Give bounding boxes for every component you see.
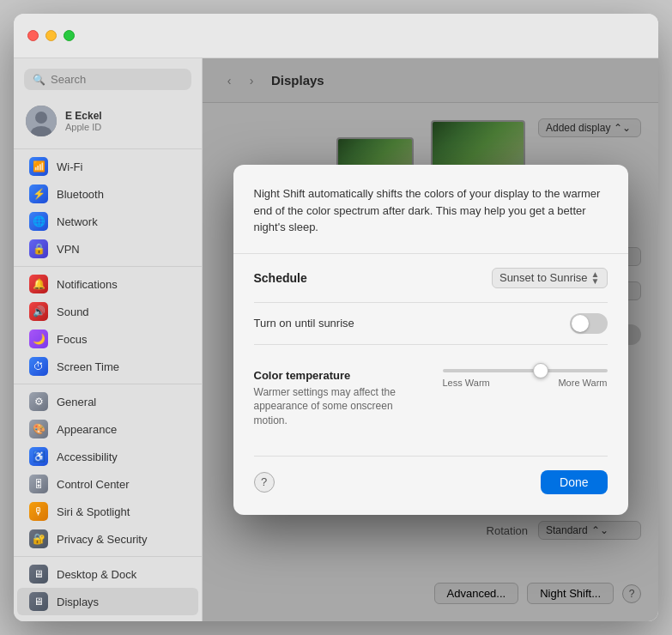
window-content: 🔍 E Eckel Apple ID � [14, 58, 658, 621]
sidebar-item-label: Desktop & Dock [57, 568, 136, 581]
screentime-icon: ⏱ [29, 357, 48, 376]
slider-thumb[interactable] [533, 363, 548, 378]
sidebar-item-label: Wi-Fi [57, 160, 82, 173]
user-section[interactable]: E Eckel Apple ID [14, 100, 202, 145]
schedule-row: Schedule Sunset to Sunrise ▲ ▼ [254, 268, 608, 288]
sidebar-divider-4 [14, 556, 202, 557]
bluetooth-icon: ⚡ [29, 184, 48, 203]
color-temp-section: Color temperature Warmer settings may af… [254, 359, 608, 438]
modal-divider-1 [233, 253, 628, 254]
sidebar-item-appearance[interactable]: 🎨 Appearance [17, 415, 198, 443]
sidebar-item-notifications[interactable]: 🔔 Notifications [17, 270, 198, 298]
control-center-icon: 🎛 [29, 475, 48, 493]
sidebar-item-general[interactable]: ⚙ General [17, 388, 198, 415]
color-temp-row: Color temperature Warmer settings may af… [254, 369, 608, 428]
vpn-icon: 🔒 [29, 239, 48, 258]
modal-help-button[interactable]: ? [254, 472, 275, 493]
sidebar-item-label: Appearance [57, 423, 117, 436]
search-bar[interactable]: 🔍 [24, 69, 191, 90]
night-shift-modal: Night Shift automatically shifts the col… [233, 165, 628, 515]
sidebar-item-label: Focus [57, 333, 87, 346]
sidebar-item-bluetooth[interactable]: ⚡ Bluetooth [17, 180, 198, 208]
network-icon: 🌐 [29, 212, 48, 231]
sidebar-item-vpn[interactable]: 🔒 VPN [17, 235, 198, 263]
close-button[interactable] [27, 30, 39, 41]
sidebar-item-label: Sound [57, 305, 89, 318]
sidebar-item-wifi[interactable]: 📶 Wi-Fi [17, 153, 198, 180]
sidebar-item-label: Control Center [57, 478, 130, 491]
avatar [26, 106, 57, 136]
user-name: E Eckel [65, 110, 102, 122]
slider-container [443, 369, 608, 372]
search-input[interactable] [51, 73, 183, 86]
turn-on-toggle[interactable] [570, 313, 608, 334]
sidebar-divider-2 [14, 266, 202, 267]
sidebar: 🔍 E Eckel Apple ID � [14, 58, 203, 621]
traffic-lights [27, 30, 75, 41]
modal-overlay: Night Shift automatically shifts the col… [203, 58, 658, 621]
search-icon: 🔍 [33, 74, 45, 86]
siri-icon: 🎙 [29, 502, 48, 521]
privacy-icon: 🔐 [29, 529, 48, 548]
modal-description: Night Shift automatically shifts the col… [254, 185, 608, 236]
sidebar-item-label: Privacy & Security [57, 533, 147, 546]
appearance-icon: 🎨 [29, 420, 48, 438]
color-temp-title: Color temperature [254, 369, 426, 382]
sidebar-item-privacy[interactable]: 🔐 Privacy & Security [17, 525, 198, 553]
accessibility-icon: ♿ [29, 447, 48, 466]
schedule-dropdown[interactable]: Sunset to Sunrise ▲ ▼ [492, 268, 608, 288]
schedule-value-text: Sunset to Sunrise [499, 271, 588, 284]
sidebar-item-label: Screen Time [57, 360, 119, 373]
general-icon: ⚙ [29, 392, 48, 411]
user-info: E Eckel Apple ID [65, 110, 102, 132]
slider-labels: Less Warm More Warm [443, 378, 608, 388]
displays-icon: 🖥 [29, 592, 48, 611]
sidebar-item-accessibility[interactable]: ♿ Accessibility [17, 443, 198, 470]
turn-on-label: Turn on until sunrise [254, 317, 354, 330]
sidebar-item-network[interactable]: 🌐 Network [17, 208, 198, 235]
sound-icon: 🔊 [29, 302, 48, 321]
sidebar-item-label: Bluetooth [57, 188, 104, 201]
sidebar-item-focus[interactable]: 🌙 Focus [17, 325, 198, 353]
sidebar-item-label: Network [57, 215, 98, 228]
sidebar-item-screentime[interactable]: ⏱ Screen Time [17, 353, 198, 380]
sidebar-item-siri[interactable]: 🎙 Siri & Spotlight [17, 498, 198, 525]
main-area: ‹ › Displays [203, 58, 658, 621]
turn-on-row: Turn on until sunrise [254, 302, 608, 345]
sidebar-item-label: Notifications [57, 278, 118, 291]
sidebar-divider-3 [14, 384, 202, 384]
sidebar-item-label: Displays [57, 596, 99, 608]
maximize-button[interactable] [64, 30, 75, 41]
color-temp-right: Less Warm More Warm [443, 369, 608, 388]
desktop-icon: 🖥 [29, 565, 48, 584]
sidebar-item-control-center[interactable]: 🎛 Control Center [17, 470, 198, 498]
color-temp-desc: Warmer settings may affect the appearanc… [254, 385, 426, 428]
main-window: 🔍 E Eckel Apple ID � [14, 14, 658, 621]
sidebar-item-label: Accessibility [57, 451, 118, 463]
toggle-thumb-inner [572, 315, 589, 332]
sidebar-item-desktop[interactable]: 🖥 Desktop & Dock [17, 560, 198, 588]
more-warm-label: More Warm [558, 378, 607, 388]
less-warm-label: Less Warm [443, 378, 490, 388]
focus-icon: 🌙 [29, 330, 48, 348]
done-button[interactable]: Done [541, 470, 607, 494]
schedule-label: Schedule [254, 271, 307, 285]
sidebar-divider-top [14, 148, 202, 149]
color-temp-left: Color temperature Warmer settings may af… [254, 369, 426, 428]
minimize-button[interactable] [45, 30, 57, 41]
sidebar-item-sound[interactable]: 🔊 Sound [17, 298, 198, 325]
notifications-icon: 🔔 [29, 275, 48, 293]
user-apple-id: Apple ID [65, 122, 102, 132]
sidebar-item-label: General [57, 396, 96, 408]
slider-track [443, 369, 608, 372]
wifi-icon: 📶 [29, 157, 48, 176]
sidebar-item-label: Siri & Spotlight [57, 505, 130, 518]
modal-footer: ? Done [254, 456, 608, 494]
svg-point-1 [35, 112, 47, 124]
title-bar [14, 14, 658, 58]
sidebar-item-displays[interactable]: 🖥 Displays [17, 588, 198, 615]
sidebar-item-label: VPN [57, 243, 80, 256]
schedule-arrows-icon: ▲ ▼ [591, 271, 600, 285]
